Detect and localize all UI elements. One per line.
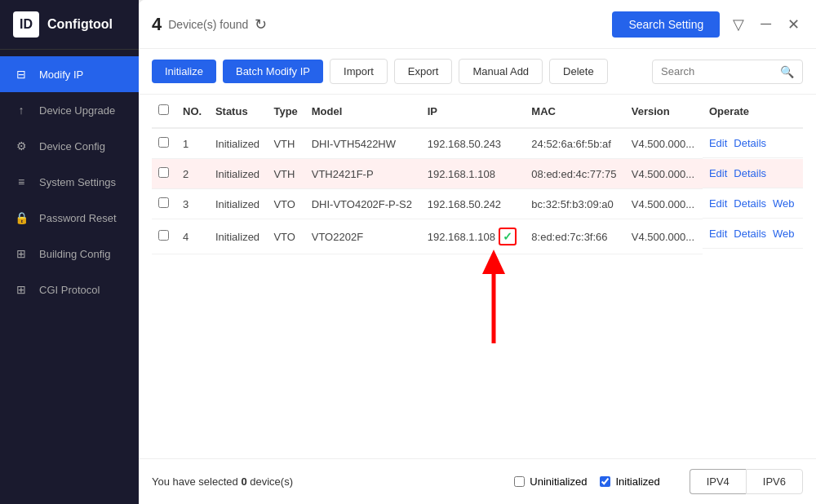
operate-link-details[interactable]: Details: [734, 167, 766, 179]
cell-type: VTH: [267, 128, 304, 159]
sidebar-item-building-config[interactable]: ⊞ Building Config: [0, 236, 139, 272]
uninitialized-checkbox[interactable]: [514, 476, 525, 487]
table-row: 2InitializedVTHVTH2421F-P192.168.1.10808…: [152, 159, 803, 189]
cell-type: VTO: [267, 219, 304, 254]
building-config-icon: ⊞: [13, 245, 29, 262]
cell-mac: 8:ed:ed:7c:3f:66: [525, 219, 624, 254]
sidebar-item-label: System Settings: [39, 176, 116, 188]
sidebar-item-device-config[interactable]: ⚙ Device Config: [0, 128, 139, 164]
device-count-number: 4: [152, 14, 162, 35]
import-button[interactable]: Import: [330, 59, 388, 84]
sidebar-item-label: CGI Protocol: [39, 284, 100, 296]
manual-add-button[interactable]: Manual Add: [459, 59, 543, 84]
cell-version: V4.500.000...: [625, 219, 703, 254]
device-table: NO. Status Type Model IP MAC Version Ope…: [152, 95, 803, 254]
refresh-icon[interactable]: ↻: [255, 15, 267, 33]
sidebar-item-modify-ip[interactable]: ⊟ Modify IP: [0, 56, 139, 92]
operate-link-edit[interactable]: Edit: [709, 197, 727, 210]
sidebar-item-label: Building Config: [39, 248, 110, 260]
sidebar-item-label: Modify IP: [39, 69, 83, 81]
toolbar: Initialize Batch Modify IP Import Export…: [139, 49, 816, 95]
initialized-checkbox-group: Initialized: [600, 475, 659, 488]
row-checkbox[interactable]: [158, 137, 169, 148]
device-config-icon: ⚙: [13, 138, 29, 154]
initialize-button[interactable]: Initialize: [152, 60, 216, 83]
batch-modify-ip-button[interactable]: Batch Modify IP: [223, 60, 323, 83]
cell-operate: EditDetails: [703, 129, 803, 158]
cell-ip: 192.168.50.243: [421, 128, 526, 159]
close-icon[interactable]: ✕: [784, 12, 803, 37]
footer: You have selected 0 device(s) Uninitiali…: [139, 458, 816, 504]
sidebar-nav: ⊟ Modify IP ↑ Device Upgrade ⚙ Device Co…: [0, 56, 139, 307]
titlebar: 4 Device(s) found ↻ Search Setting ▽ ─ ✕: [139, 0, 816, 49]
modify-ip-icon: ⊟: [13, 66, 29, 82]
search-setting-button[interactable]: Search Setting: [612, 11, 720, 38]
operate-link-edit[interactable]: Edit: [709, 167, 727, 179]
sidebar-item-password-reset[interactable]: 🔒 Password Reset: [0, 200, 139, 236]
cell-type: VTH: [267, 159, 304, 189]
cell-model: DHI-VTO4202F-P-S2: [305, 189, 421, 219]
col-operate: Operate: [703, 95, 803, 128]
operate-link-edit[interactable]: Edit: [709, 137, 727, 149]
export-button[interactable]: Export: [394, 59, 453, 84]
sidebar: ID Configtool ⊟ Modify IP ↑ Device Upgra…: [0, 0, 139, 504]
sidebar-item-system-settings[interactable]: ≡ System Settings: [0, 164, 139, 200]
titlebar-actions: Search Setting ▽ ─ ✕: [612, 11, 803, 38]
sidebar-item-label: Password Reset: [39, 212, 117, 224]
sidebar-item-device-upgrade[interactable]: ↑ Device Upgrade: [0, 92, 139, 128]
device-table-container: NO. Status Type Model IP MAC Version Ope…: [139, 95, 816, 458]
footer-checkboxes: Uninitialized Initialized: [514, 475, 659, 488]
table-row: 3InitializedVTODHI-VTO4202F-P-S2192.168.…: [152, 189, 803, 219]
cell-no: 3: [176, 189, 209, 219]
table-row: 4InitializedVTOVTO2202F192.168.1.108✓8:e…: [152, 219, 803, 254]
row-checkbox[interactable]: [158, 197, 169, 208]
select-all-checkbox[interactable]: [158, 104, 169, 115]
sidebar-item-cgi-protocol[interactable]: ⊞ CGI Protocol: [0, 272, 139, 307]
checkmark-icon: ✓: [503, 230, 512, 243]
device-count-section: 4 Device(s) found ↻: [152, 14, 612, 35]
minimize-icon[interactable]: ─: [757, 12, 774, 36]
operate-link-web[interactable]: Web: [773, 197, 795, 210]
operate-link-details[interactable]: Details: [734, 228, 766, 240]
operate-link-edit[interactable]: Edit: [709, 228, 727, 240]
cell-no: 4: [176, 219, 209, 254]
check-indicator: ✓: [499, 228, 517, 245]
cell-status: Initialized: [209, 128, 268, 159]
uninitialized-label: Uninitialized: [530, 475, 587, 488]
sidebar-logo: ID Configtool: [0, 0, 139, 50]
col-version: Version: [625, 95, 703, 128]
row-checkbox[interactable]: [158, 230, 169, 241]
main-content: 4 Device(s) found ↻ Search Setting ▽ ─ ✕…: [139, 0, 816, 504]
table-row: 1InitializedVTHDHI-VTH5422HW192.168.50.2…: [152, 128, 803, 159]
app-logo-icon: ID: [13, 11, 39, 38]
delete-button[interactable]: Delete: [549, 59, 608, 84]
search-icon: 🔍: [780, 65, 794, 78]
initialized-label: Initialized: [615, 475, 659, 488]
initialized-checkbox[interactable]: [600, 476, 610, 487]
cell-ip: 192.168.50.242: [421, 189, 526, 219]
cell-type: VTO: [267, 189, 304, 219]
system-settings-icon: ≡: [13, 174, 29, 190]
table-header-row: NO. Status Type Model IP MAC Version Ope…: [152, 95, 803, 128]
cell-ip: 192.168.1.108✓: [421, 219, 526, 254]
cgi-protocol-icon: ⊞: [13, 281, 29, 298]
cell-mac: 24:52:6a:6f:5b:af: [525, 128, 624, 159]
app-title: Configtool: [47, 17, 113, 32]
search-input[interactable]: [661, 65, 775, 77]
col-mac: MAC: [525, 95, 624, 128]
cell-ip: 192.168.1.108: [421, 159, 526, 189]
operate-link-details[interactable]: Details: [734, 197, 766, 210]
cell-model: VTO2202F: [305, 219, 421, 254]
operate-link-details[interactable]: Details: [734, 137, 766, 149]
ipv4-button[interactable]: IPV4: [690, 469, 746, 494]
ipv6-button[interactable]: IPV6: [746, 469, 803, 494]
col-model: Model: [305, 95, 421, 128]
cell-mac: bc:32:5f:b3:09:a0: [525, 189, 624, 219]
cell-no: 2: [176, 159, 209, 189]
operate-link-web[interactable]: Web: [773, 228, 795, 240]
cell-status: Initialized: [209, 219, 268, 254]
row-checkbox[interactable]: [158, 167, 169, 178]
ip-text: 192.168.1.108: [428, 231, 495, 243]
cell-operate: EditDetailsWeb: [703, 189, 803, 219]
filter-icon[interactable]: ▽: [730, 12, 747, 37]
